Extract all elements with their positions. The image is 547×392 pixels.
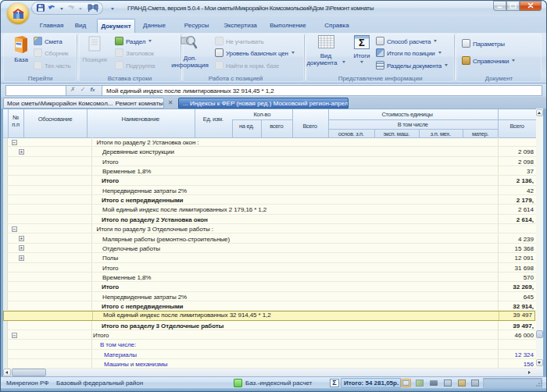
- svg-text:Σ: Σ: [359, 37, 365, 48]
